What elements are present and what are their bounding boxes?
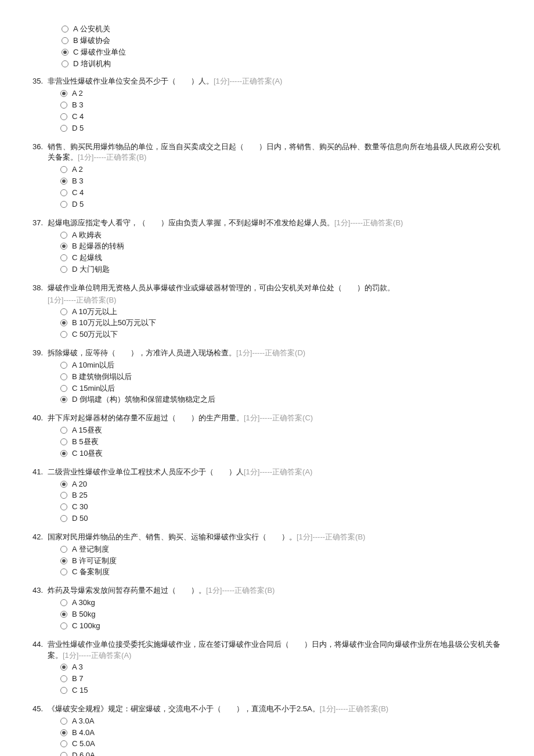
option-row[interactable]: C 爆破作业单位 xyxy=(62,47,506,58)
option-row[interactable]: D 6.0A xyxy=(60,750,506,756)
option-row[interactable]: D 倒塌建（构）筑物和保留建筑物稳定之后 xyxy=(60,394,506,405)
radio-unselected-icon[interactable] xyxy=(60,492,67,499)
option-row[interactable]: B 3 xyxy=(60,100,506,111)
option-row[interactable]: C 10昼夜 xyxy=(60,448,506,459)
radio-unselected-icon[interactable] xyxy=(60,254,67,261)
option-row[interactable]: A 20 xyxy=(60,479,506,490)
radio-selected-icon[interactable] xyxy=(60,243,67,250)
radio-selected-icon[interactable] xyxy=(62,49,68,56)
option-row[interactable]: B 建筑物倒塌以后 xyxy=(60,372,506,383)
option-row[interactable]: B 5昼夜 xyxy=(60,437,506,448)
radio-unselected-icon[interactable] xyxy=(60,102,67,109)
radio-unselected-icon[interactable] xyxy=(60,503,67,510)
radio-unselected-icon[interactable] xyxy=(62,60,68,67)
question-stem: 国家对民用爆炸物品的生产、销售、购买、运输和爆破作业实行（ ）。[1分]----… xyxy=(48,532,506,543)
option-row[interactable]: C 50万元以下 xyxy=(60,329,506,340)
question-score: [1分]-----正确答案(B) xyxy=(206,586,275,595)
radio-unselected-icon[interactable] xyxy=(60,113,67,120)
option-label: A 10万元以上 xyxy=(72,307,117,318)
radio-unselected-icon[interactable] xyxy=(60,189,67,196)
option-row[interactable]: A 10min以后 xyxy=(60,360,506,371)
radio-unselected-icon[interactable] xyxy=(60,568,67,575)
option-row[interactable]: D 5 xyxy=(60,199,506,210)
option-row[interactable]: B 7 xyxy=(60,674,506,685)
option-row[interactable]: C 起爆线 xyxy=(60,253,506,264)
radio-unselected-icon[interactable] xyxy=(60,266,67,273)
radio-selected-icon[interactable] xyxy=(60,319,67,326)
radio-selected-icon[interactable] xyxy=(60,664,67,671)
option-row[interactable]: D 5 xyxy=(60,123,506,134)
option-row[interactable]: B 起爆器的转柄 xyxy=(60,241,506,252)
option-row[interactable]: A 3 xyxy=(60,662,506,673)
radio-unselected-icon[interactable] xyxy=(60,385,67,392)
radio-selected-icon[interactable] xyxy=(60,481,67,488)
option-list: A 30kgB 50kgC 100kg xyxy=(48,597,506,632)
option-row[interactable]: C 4 xyxy=(60,188,506,199)
radio-unselected-icon[interactable] xyxy=(60,232,67,239)
radio-unselected-icon[interactable] xyxy=(60,752,67,756)
option-row[interactable]: D 大门钥匙 xyxy=(60,264,506,275)
question-stem-text: 非营业性爆破作业单位安全员不少于（ ）人。 xyxy=(48,77,214,85)
radio-unselected-icon[interactable] xyxy=(62,37,68,44)
radio-selected-icon[interactable] xyxy=(60,557,67,564)
option-row[interactable]: A 公安机关 xyxy=(62,24,506,35)
radio-selected-icon[interactable] xyxy=(60,450,67,457)
radio-unselected-icon[interactable] xyxy=(60,718,67,725)
option-row[interactable]: C 15 xyxy=(60,685,506,696)
radio-unselected-icon[interactable] xyxy=(60,599,67,606)
radio-selected-icon[interactable] xyxy=(60,729,67,736)
option-row[interactable]: A 15昼夜 xyxy=(60,425,506,436)
option-row[interactable]: A 欧姆表 xyxy=(60,230,506,241)
option-row[interactable]: A 2 xyxy=(60,88,506,99)
option-label: C 爆破作业单位 xyxy=(73,47,126,58)
option-row[interactable]: C 4 xyxy=(60,111,506,123)
option-row[interactable]: B 许可证制度 xyxy=(60,556,506,567)
option-row[interactable]: C 备案制度 xyxy=(60,567,506,578)
question-stem: 二级营业性爆破作业单位工程技术人员应不少于（ ）人[1分]-----正确答案(A… xyxy=(48,467,506,478)
option-row[interactable]: D 培训机构 xyxy=(62,59,506,70)
option-row[interactable]: C 5.0A xyxy=(60,739,506,750)
question-stem: 非营业性爆破作业单位安全员不少于（ ）人。[1分]-----正确答案(A) xyxy=(48,76,506,87)
question-number: 36. xyxy=(23,142,48,211)
option-row[interactable]: B 50kg xyxy=(60,609,506,620)
radio-selected-icon[interactable] xyxy=(60,611,67,618)
radio-unselected-icon[interactable] xyxy=(60,515,67,522)
radio-unselected-icon[interactable] xyxy=(60,438,67,445)
option-row[interactable]: B 10万元以上50万元以下 xyxy=(60,318,506,329)
option-row[interactable]: C 15min以后 xyxy=(60,383,506,394)
radio-selected-icon[interactable] xyxy=(60,178,67,185)
radio-unselected-icon[interactable] xyxy=(62,26,68,33)
radio-unselected-icon[interactable] xyxy=(60,308,67,315)
radio-selected-icon[interactable] xyxy=(60,90,67,97)
option-row[interactable]: B 3 xyxy=(60,176,506,187)
option-row[interactable]: C 30 xyxy=(60,502,506,513)
option-row[interactable]: A 2 xyxy=(60,164,506,175)
radio-unselected-icon[interactable] xyxy=(60,675,67,682)
radio-unselected-icon[interactable] xyxy=(60,546,67,553)
radio-unselected-icon[interactable] xyxy=(60,740,67,747)
radio-unselected-icon[interactable] xyxy=(60,201,67,208)
option-row[interactable]: A 登记制度 xyxy=(60,544,506,555)
radio-unselected-icon[interactable] xyxy=(60,362,67,369)
radio-unselected-icon[interactable] xyxy=(60,373,67,380)
radio-unselected-icon[interactable] xyxy=(60,166,67,173)
option-list: A 2B 3C 4D 5 xyxy=(48,88,506,134)
option-row[interactable]: B 爆破协会 xyxy=(62,35,506,46)
option-row[interactable]: A 30kg xyxy=(60,597,506,609)
option-label: D 倒塌建（构）筑物和保留建筑物稳定之后 xyxy=(72,394,215,405)
option-row[interactable]: A 3.0A xyxy=(60,716,506,727)
option-row[interactable]: A 10万元以上 xyxy=(60,307,506,318)
option-row[interactable]: D 50 xyxy=(60,513,506,524)
option-label: B 4.0A xyxy=(72,728,95,739)
radio-unselected-icon[interactable] xyxy=(60,331,67,338)
radio-unselected-icon[interactable] xyxy=(60,622,67,629)
radio-selected-icon[interactable] xyxy=(60,396,67,403)
option-label: A 欧姆表 xyxy=(72,230,102,241)
radio-unselected-icon[interactable] xyxy=(60,427,67,434)
option-label: C 15min以后 xyxy=(72,383,115,394)
radio-unselected-icon[interactable] xyxy=(60,687,67,694)
option-row[interactable]: B 25 xyxy=(60,490,506,501)
option-row[interactable]: B 4.0A xyxy=(60,728,506,739)
radio-unselected-icon[interactable] xyxy=(60,125,67,132)
option-row[interactable]: C 100kg xyxy=(60,621,506,632)
